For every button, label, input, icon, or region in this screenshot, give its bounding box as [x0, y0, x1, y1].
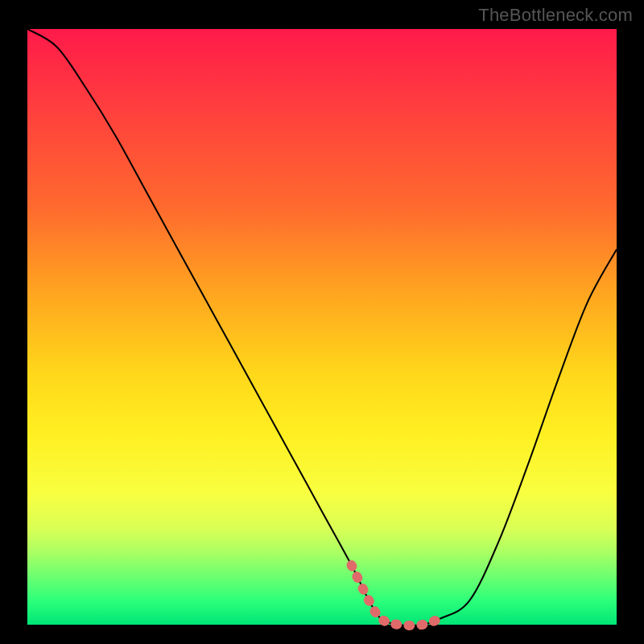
bottleneck-curve: [0, 0, 644, 644]
curve-path: [27, 29, 617, 625]
chart-frame: TheBottleneck.com: [0, 0, 644, 644]
highlight-path: [352, 565, 440, 625]
